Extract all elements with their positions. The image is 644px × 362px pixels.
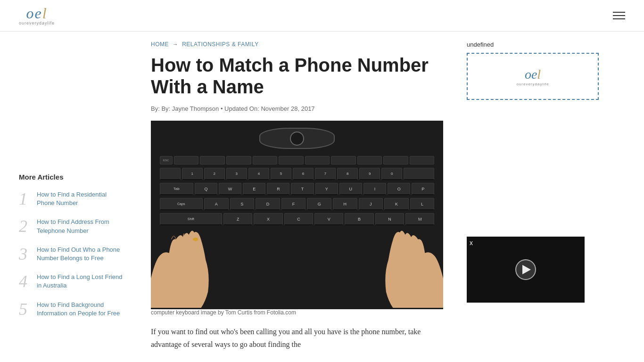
article-number-3: 3 [19, 246, 32, 263]
key-tab: Tab [160, 183, 193, 195]
article-number-2: 2 [19, 218, 32, 235]
key-a: A [204, 198, 229, 210]
asdf-row: Caps A S D F G H J K L [160, 198, 435, 210]
article-image: ESC 1 [151, 121, 443, 309]
fn-key-row: ESC [160, 156, 435, 165]
key-3: 3 [226, 168, 247, 180]
breadcrumb-arrow: → [173, 41, 179, 48]
ad-logo: oel [516, 67, 549, 82]
key-g: G [307, 198, 331, 210]
byline-date: November 28, 2017 [261, 105, 314, 112]
article-link-2[interactable]: How to Find Address From Telephone Numbe… [37, 218, 123, 235]
key-8: 8 [337, 168, 358, 180]
more-articles-title: More Articles [19, 173, 123, 181]
hamburger-menu[interactable] [613, 12, 625, 19]
logo-text: oel [26, 6, 47, 21]
key-5: 5 [271, 168, 291, 180]
hamburger-line-2 [613, 15, 625, 16]
key-f1 [174, 156, 199, 165]
key-6: 6 [293, 168, 314, 180]
key-esc: ESC [160, 156, 173, 165]
byline-separator: • [219, 105, 224, 112]
key-2: 2 [204, 168, 225, 180]
key-h: H [333, 198, 357, 210]
key-l: L [410, 198, 435, 210]
key-f8 [357, 156, 382, 165]
article-link-4[interactable]: How to Find a Long Lost Friend in Austra… [37, 273, 123, 290]
key-f4 [253, 156, 278, 165]
dial-center [290, 132, 304, 146]
keyboard-dial [259, 128, 335, 149]
key-1: 1 [182, 168, 203, 180]
hamburger-line-3 [613, 18, 625, 19]
main-content: HOME → RELATIONSHIPS & FAMILY How to Mat… [137, 32, 457, 360]
key-e: E [243, 183, 265, 195]
main-container: More Articles 1 How to Find a Residentia… [0, 32, 644, 360]
ad-placeholder: oel oureverydaylife [467, 53, 599, 100]
key-f: F [281, 198, 306, 210]
key-i: I [363, 183, 386, 195]
key-tilde [160, 168, 181, 180]
image-caption: computer keyboard image by Tom Curtis fr… [151, 309, 443, 316]
undefined-label: undefined [467, 41, 594, 48]
byline: By: By: Jayne Thompson • Updated On: Nov… [151, 105, 443, 112]
key-r: R [267, 183, 289, 195]
key-k: K [384, 198, 409, 210]
hamburger-line-1 [613, 12, 625, 13]
key-9: 9 [359, 168, 380, 180]
play-triangle-icon [522, 265, 531, 274]
key-w: W [219, 183, 241, 195]
byline-by: By: [151, 105, 161, 112]
keyboard-visual: ESC 1 [151, 121, 443, 309]
article-link-3[interactable]: How to Find Out Who a Phone Number Belon… [37, 246, 123, 263]
article-list: 1 How to Find a Residential Phone Number… [19, 190, 123, 318]
breadcrumb: HOME → RELATIONSHIPS & FAMILY [151, 41, 443, 48]
key-o: O [388, 183, 410, 195]
qwerty-row: Tab Q W E R T Y U I O P [160, 183, 435, 195]
key-0: 0 [381, 168, 402, 180]
breadcrumb-home[interactable]: HOME [151, 41, 169, 48]
list-item: 2 How to Find Address From Telephone Num… [19, 218, 123, 235]
article-number-5: 5 [19, 301, 32, 318]
key-y: Y [315, 183, 338, 195]
article-body: If you want to find out who's been calli… [151, 325, 443, 351]
key-t: T [291, 183, 314, 195]
article-image-container: ESC 1 [151, 121, 443, 316]
article-number-1: 1 [19, 190, 32, 207]
list-item: 4 How to Find a Long Lost Friend in Aust… [19, 273, 123, 290]
svg-point-0 [193, 238, 198, 241]
number-key-row: 1 2 3 4 5 6 7 8 9 0 [160, 168, 435, 180]
left-sidebar: More Articles 1 How to Find a Residentia… [0, 32, 137, 360]
article-number-4: 4 [19, 273, 32, 290]
breadcrumb-category[interactable]: RELATIONSHIPS & FAMILY [182, 41, 259, 48]
article-link-1[interactable]: How to Find a Residential Phone Number [37, 190, 123, 207]
key-f2 [200, 156, 225, 165]
key-q: Q [195, 183, 217, 195]
video-close-button[interactable]: x [470, 239, 473, 246]
key-f9 [383, 156, 408, 165]
key-d: D [256, 198, 280, 210]
article-link-5[interactable]: How to Find Background Information on Pe… [37, 301, 123, 318]
article-title: How to Match a Phone Number With a Name [151, 54, 443, 98]
site-header: oel oureverydaylife [0, 0, 644, 32]
key-p: P [412, 183, 434, 195]
byline-updated: Updated On: [224, 105, 261, 112]
key-f3 [226, 156, 251, 165]
play-button[interactable] [515, 259, 536, 280]
list-item: 3 How to Find Out Who a Phone Number Bel… [19, 246, 123, 263]
key-caps: Caps [160, 198, 203, 210]
site-logo[interactable]: oel oureverydaylife [19, 6, 55, 25]
right-sidebar: undefined oel oureverydaylife x [457, 32, 603, 360]
key-4: 4 [248, 168, 269, 180]
hands-layer [151, 222, 443, 309]
key-j: J [359, 198, 383, 210]
article-body-text: If you want to find out who's been calli… [151, 325, 443, 351]
byline-author: By: Jayne Thompson [161, 105, 219, 112]
ad-logo-container: oel oureverydaylife [516, 67, 549, 86]
key-u: U [339, 183, 362, 195]
key-f6 [305, 156, 330, 165]
list-item: 1 How to Find a Residential Phone Number [19, 190, 123, 207]
key-f5 [279, 156, 304, 165]
hands-svg [151, 222, 443, 309]
ad-logo-sub: oureverydaylife [516, 82, 549, 86]
